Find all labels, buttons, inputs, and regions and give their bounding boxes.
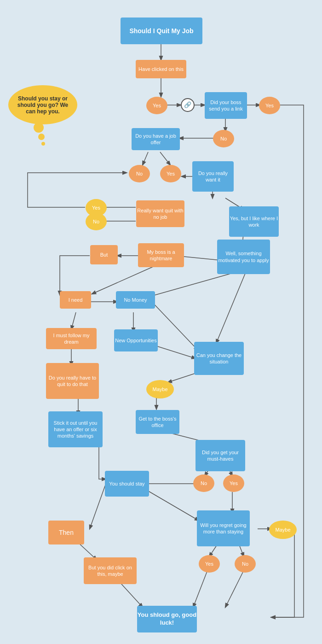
- you-should-stay-node: You should stay: [105, 471, 149, 497]
- get-boss-node: Get to the boss's office: [136, 410, 179, 434]
- maybe2-node: Maybe: [269, 521, 297, 539]
- no4-node: No: [193, 474, 214, 492]
- new-opps-node: New Opportunities: [114, 329, 158, 351]
- thought-bubble-dot3: [41, 142, 45, 146]
- then-node: Then: [48, 521, 84, 544]
- svg-line-40: [90, 484, 106, 529]
- svg-line-18: [92, 266, 154, 294]
- svg-line-22: [152, 302, 198, 350]
- do-really-quit-node: Do you really have to quit to do that: [46, 363, 99, 399]
- no3-node: No: [86, 213, 107, 230]
- but-did-node: But you did click on this, maybe: [84, 557, 137, 584]
- did-get-must-node: Did you get your must-haves: [196, 440, 245, 471]
- do-have-job-node: Do you have a job offer: [132, 128, 180, 150]
- no1-node: No: [213, 130, 234, 147]
- start-node: Should I Quit My Job: [121, 18, 202, 44]
- thought-bubble-dot2: [38, 134, 45, 140]
- thought-bubble: Should you stay or should you go? We can…: [8, 85, 80, 124]
- can-change-node: Can you change the situation: [194, 342, 244, 375]
- yes3-node: Yes: [160, 165, 181, 182]
- no5-node: No: [235, 555, 256, 573]
- flowchart-diagram: Should you stay or should you go? We can…: [0, 0, 322, 644]
- yes5-node: Yes: [223, 474, 244, 492]
- thought-bubble-text: Should you stay or should you go? We can…: [8, 85, 77, 124]
- will-regret-node: Will you regret going more than staying: [197, 510, 250, 546]
- thought-bubble-dot1: [34, 123, 44, 133]
- svg-line-8: [160, 152, 170, 165]
- yes-but-node: Yes, but I like where I work: [229, 206, 279, 237]
- no-money-node: No Money: [116, 291, 155, 309]
- yes2-node: Yes: [259, 97, 280, 114]
- did-boss-node: Did your boss send you a link: [205, 92, 247, 119]
- have-clicked-node: Have clicked on this: [136, 60, 186, 78]
- but-node: But: [90, 245, 118, 264]
- really-want-quit-node: Really want quit with no job: [136, 200, 184, 227]
- i-need-node: I need: [60, 291, 91, 309]
- svg-line-26: [71, 312, 76, 329]
- well-something-node: Well, something motivated you to apply: [217, 240, 270, 274]
- no2-node: No: [129, 165, 150, 182]
- connector-circle: 🔗: [181, 98, 195, 112]
- stick-it-node: Stick it out until you have an offer or …: [48, 411, 103, 447]
- i-must-node: I must follow my dream: [46, 328, 97, 349]
- svg-line-19: [143, 273, 232, 299]
- maybe1-node: Maybe: [146, 380, 174, 398]
- my-boss-node: My boss is a nightmare: [138, 243, 184, 267]
- do-really-want-node: Do you really want it: [192, 161, 234, 192]
- yes6-node: Yes: [199, 555, 220, 573]
- yes1-node: Yes: [146, 97, 167, 114]
- you-shloud-go-node: You shloud go, good luck!: [137, 606, 197, 632]
- svg-line-24: [152, 345, 196, 358]
- svg-line-7: [143, 152, 148, 165]
